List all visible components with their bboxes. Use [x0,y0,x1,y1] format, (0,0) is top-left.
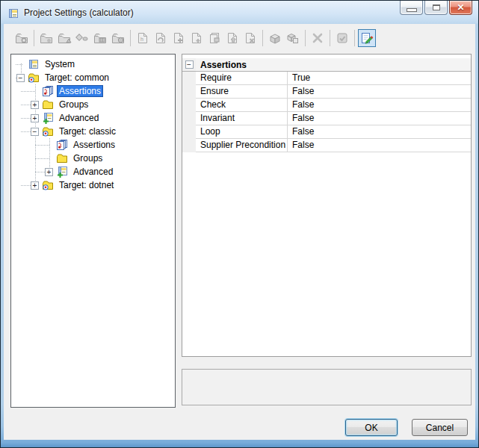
toolbar-separator [262,30,263,46]
tree-item-assertions-common[interactable]: Assertions [11,84,175,98]
titlebar[interactable]: Project Settings (calculator) ✕ [1,1,478,24]
minimize-button[interactable] [400,1,423,15]
advanced-icon [56,166,68,178]
property-name: Invariant [196,112,287,125]
toolbar: h [4,24,475,52]
tree-item-target-common[interactable]: − Target: common [11,71,175,84]
tree-item-label: Advanced [71,166,115,178]
property-name: Ensure [196,85,287,99]
close-button[interactable]: ✕ [449,1,472,15]
window-title: Project Settings (calculator) [24,7,134,18]
link-icon[interactable] [73,29,91,47]
property-value[interactable]: False [287,125,471,139]
expand-icon[interactable]: + [31,101,39,109]
toolbar-separator [330,30,330,46]
cube-icon[interactable] [266,29,284,47]
folder-graph-icon[interactable] [55,29,73,47]
apply-check-icon[interactable] [333,29,351,47]
tree-item-target-dotnet[interactable]: + Target: dotnet [11,178,175,192]
toolbar-separator [130,30,131,46]
doc-redo-icon[interactable] [152,29,170,47]
category-collapse-icon[interactable]: − [185,60,194,69]
property-name: Require [196,72,287,85]
ok-button[interactable]: OK [345,419,398,436]
property-value[interactable]: False [287,112,471,125]
tree-item-label: Groups [57,99,90,111]
settings-tree-panel: System − Target: common Assertions + [10,54,176,408]
doc-plus-icon[interactable] [188,29,205,47]
property-row-loop[interactable]: Loop False [182,125,471,139]
property-row-supplier-precondition[interactable]: Supplier Precondition False [182,139,471,152]
folder-library-icon[interactable] [91,29,109,47]
close-icon: ✕ [457,3,464,12]
property-row-ensure[interactable]: Ensure False [182,85,471,99]
toolbar-separator [34,30,34,46]
expander-slot [13,57,28,71]
expand-icon[interactable]: + [31,114,39,122]
doc-h-icon[interactable]: h [134,29,152,47]
tree-item-label: Assertions [71,139,117,151]
property-row-require[interactable]: Require True [182,72,471,85]
minimize-icon [407,9,416,11]
project-settings-window: Project Settings (calculator) ✕ [0,0,479,448]
tree-item-advanced-common[interactable]: + Advanced [11,111,175,125]
tree-item-assertions-classic[interactable]: Assertions [11,138,175,152]
advanced-icon [42,112,54,124]
doc-copy-icon[interactable] [205,29,223,47]
tree-item-advanced-classic[interactable]: + Advanced [11,165,175,178]
property-value[interactable]: False [287,139,471,152]
system-icon [28,58,40,70]
property-value[interactable]: False [287,99,471,112]
tree-item-label: Target: classic [57,125,118,137]
property-value[interactable]: False [287,85,471,99]
doc-remove-icon[interactable] [241,29,259,47]
assertions-icon [56,139,68,151]
category-row-assertions[interactable]: − Assertions [182,58,471,72]
target-folder-icon [28,72,40,84]
collapse-icon[interactable]: − [16,74,25,82]
description-panel [182,369,472,405]
tree-item-label: System [43,58,77,70]
toolbar-separator [354,30,355,46]
property-name: Loop [196,125,287,139]
settings-tree: System − Target: common Assertions + [11,55,175,192]
edit-pencil-icon[interactable] [358,29,376,47]
tree-item-label: Advanced [57,112,101,124]
maximize-icon [433,4,440,10]
caption-buttons: ✕ [400,1,472,15]
folder-icon [56,152,68,164]
svg-text:h: h [140,37,143,42]
tree-item-label: Target: common [43,72,111,84]
property-row-invariant[interactable]: Invariant False [182,112,471,125]
tree-item-groups-classic[interactable]: Groups [11,152,175,165]
folder-icon [42,99,54,111]
expand-icon[interactable]: + [31,181,39,190]
doc-up-icon[interactable] [223,29,241,47]
toolbar-separator [305,30,306,46]
target-folder-icon [42,125,54,137]
collapse-icon[interactable]: − [31,128,39,136]
client-area: h [4,24,475,440]
property-grid: − Assertions Require True Ensure False C… [182,54,472,357]
property-name: Check [196,99,287,112]
tree-item-system[interactable]: System [11,57,175,71]
folder-gear-icon[interactable] [13,29,31,47]
property-value[interactable]: True [287,72,471,85]
folder-assembly-icon[interactable] [109,29,127,47]
tree-item-label: Assertions [57,85,103,97]
folder-add-icon[interactable] [37,29,55,47]
expand-icon[interactable]: + [45,168,53,176]
cancel-button[interactable]: Cancel [412,419,468,436]
cube-copy-icon[interactable] [284,29,302,47]
tree-item-label: Groups [71,152,105,164]
assertions-icon [42,85,54,97]
tree-item-target-classic[interactable]: − Target: classic [11,125,175,138]
property-row-check[interactable]: Check False [182,99,471,112]
delete-x-icon[interactable] [309,29,327,47]
tree-item-groups-common[interactable]: + Groups [11,98,175,111]
category-label: Assertions [196,60,247,70]
tree-item-label: Target: dotnet [57,179,116,191]
maximize-button[interactable] [424,1,448,15]
doc-add-icon[interactable] [170,29,188,47]
app-icon [7,7,19,19]
